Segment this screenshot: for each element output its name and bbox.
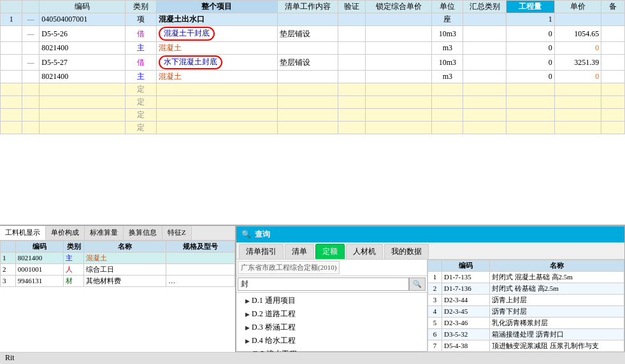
col-unitprice-header: 单价 bbox=[554, 1, 601, 13]
result-row[interactable]: 2D1-7-136封闭式 砖基础 高2.5m bbox=[428, 283, 624, 294]
table-row[interactable]: 定 bbox=[1, 109, 625, 122]
cell-expand[interactable]: — bbox=[22, 26, 40, 42]
cell-expand[interactable] bbox=[22, 42, 40, 55]
bottom-panel: 工料机显示 单价构成 标准算量 换算信息 特征Z bbox=[0, 225, 625, 352]
cell-lock bbox=[366, 55, 432, 71]
cell-workload bbox=[506, 96, 554, 109]
tree-item[interactable]: ▶D.1 通用项目 bbox=[238, 294, 426, 307]
bottom-cell-0: 1 bbox=[1, 252, 16, 263]
cell-lock bbox=[366, 96, 432, 109]
cell-sumtype bbox=[463, 13, 506, 26]
tree-item[interactable]: ▶D.4 给水工程 bbox=[238, 334, 426, 347]
cell-expand[interactable] bbox=[22, 122, 40, 134]
cell-expand[interactable] bbox=[22, 83, 40, 96]
cell-verify bbox=[338, 26, 366, 42]
bottom-col-name: 名称 bbox=[84, 241, 166, 252]
cell-unitprice: 3251.39 bbox=[554, 55, 601, 71]
result-row[interactable]: 1D1-7-135封闭式 混凝土基础 高2.5m bbox=[428, 271, 624, 283]
cell-lock bbox=[366, 71, 432, 83]
cell-workload bbox=[506, 83, 554, 96]
cell-expand[interactable]: — bbox=[22, 55, 40, 71]
cell-verify bbox=[338, 13, 366, 26]
tab-list[interactable]: 清单 bbox=[285, 244, 314, 259]
tab-my-data[interactable]: 我的数据 bbox=[384, 244, 429, 259]
table-row[interactable]: —D5-5-26借混凝土干封底垫层铺设10m301054.65 bbox=[1, 26, 625, 42]
cell-expand[interactable] bbox=[22, 96, 40, 109]
result-cell-code: D1-7-135 bbox=[442, 271, 490, 283]
tab-features[interactable]: 特征Z bbox=[162, 226, 192, 240]
result-row[interactable]: 6D3-5-32箱涵接缝处理 沥青封口 bbox=[428, 328, 624, 340]
spreadsheet-area: 编码 类别 整个项目 清单工作内容 验证 锁定综合单价 单位 汇总类别 工程量 … bbox=[0, 0, 625, 225]
bottom-table-row[interactable]: 18021400主混凝土 bbox=[1, 252, 235, 263]
col-num-header bbox=[1, 1, 22, 13]
table-row[interactable]: 定 bbox=[1, 122, 625, 134]
col-expand-header bbox=[22, 1, 40, 13]
col-sumtype-header: 汇总类别 bbox=[463, 1, 506, 13]
table-row[interactable]: 定 bbox=[1, 96, 625, 109]
bottom-cell-4: … bbox=[166, 275, 235, 286]
result-cell-num: 2 bbox=[428, 283, 442, 294]
cell-extra bbox=[601, 83, 625, 96]
cell-workload: 0 bbox=[506, 71, 554, 83]
tab-unit-price[interactable]: 单价构成 bbox=[46, 226, 85, 240]
query-icon: 🔍 bbox=[241, 230, 251, 239]
table-row[interactable]: 定 bbox=[1, 83, 625, 96]
cell-extra bbox=[601, 55, 625, 71]
cell-lock bbox=[366, 122, 432, 134]
cell-extra bbox=[601, 109, 625, 122]
search-row: 🔍 bbox=[236, 276, 427, 293]
status-text: Rit bbox=[5, 353, 15, 363]
bottom-cell-1: 9946131 bbox=[15, 275, 63, 286]
bottom-cell-3: 综合工日 bbox=[84, 263, 166, 275]
cell-unitprice bbox=[554, 122, 601, 134]
cell-lock bbox=[366, 26, 432, 42]
result-row[interactable]: 5D2-3-46乳化沥青稀浆封层 bbox=[428, 317, 624, 328]
cell-workload: 0 bbox=[506, 55, 554, 71]
result-row[interactable]: 7D5-4-38顶进触变泥浆减阻 压浆孔制作与支 bbox=[428, 340, 624, 351]
result-row[interactable]: 3D2-3-44沥青上封层 bbox=[428, 294, 624, 305]
cell-unitprice bbox=[554, 109, 601, 122]
bottom-left: 工料机显示 单价构成 标准算量 换算信息 特征Z bbox=[0, 226, 236, 352]
bottom-cell-0: 3 bbox=[1, 275, 16, 286]
cell-expand[interactable]: — bbox=[22, 13, 40, 26]
bottom-table-row[interactable]: 39946131材其他材料费… bbox=[1, 275, 235, 286]
result-cell-code: D2-3-45 bbox=[442, 305, 490, 317]
tab-list-guide[interactable]: 清单指引 bbox=[239, 244, 284, 259]
tab-labor-material[interactable]: 人材机 bbox=[346, 244, 383, 259]
tab-work-items[interactable]: 工料机显示 bbox=[0, 226, 46, 240]
search-button[interactable]: 🔍 bbox=[409, 277, 426, 291]
tab-conversion[interactable]: 换算信息 bbox=[124, 226, 162, 240]
result-code-header: 编码 bbox=[442, 260, 490, 271]
col-verify-header: 验证 bbox=[338, 1, 366, 13]
bottom-cell-2: 主 bbox=[63, 252, 83, 263]
query-title: 查询 bbox=[255, 229, 270, 240]
tree-item[interactable]: ▶D.2 道路工程 bbox=[238, 307, 426, 321]
search-input[interactable] bbox=[238, 277, 409, 291]
result-cell-name: 封闭式 砖基础 高2.5m bbox=[490, 283, 624, 294]
table-row[interactable]: 1—040504007001项混凝土出水口座1 bbox=[1, 13, 625, 26]
cell-expand[interactable] bbox=[22, 109, 40, 122]
tab-std-calc[interactable]: 标准算量 bbox=[85, 226, 124, 240]
result-cell-name: 乳化沥青稀浆封层 bbox=[490, 317, 624, 328]
tab-quota[interactable]: 定额 bbox=[315, 244, 345, 259]
cell-content bbox=[277, 83, 338, 96]
result-cell-code: D2-3-46 bbox=[442, 317, 490, 328]
cell-lock bbox=[366, 83, 432, 96]
result-cell-code: D2-3-44 bbox=[442, 294, 490, 305]
tree-panel: 广东省市政工程综合定额(2010) 🔍 ▶D.1 通用项目▶D.2 道路工程▶D… bbox=[236, 260, 427, 364]
col-workload-header: 工程量 bbox=[506, 1, 554, 13]
table-row[interactable]: 8021400主混凝土m300 bbox=[1, 71, 625, 83]
cell-expand[interactable] bbox=[22, 71, 40, 83]
table-row[interactable]: —D5-5-27借水下混凝土封底垫层铺设10m303251.39 bbox=[1, 55, 625, 71]
result-cell-code: D1-7-136 bbox=[442, 283, 490, 294]
cell-code bbox=[40, 109, 126, 122]
result-row[interactable]: 4D2-3-45沥青下封层 bbox=[428, 305, 624, 317]
cell-content: 垫层铺设 bbox=[277, 26, 338, 42]
tree-item[interactable]: ▶D.3 桥涵工程 bbox=[238, 321, 426, 334]
result-cell-num: 6 bbox=[428, 328, 442, 340]
table-row[interactable]: 8021400主混凝土m300 bbox=[1, 42, 625, 55]
cell-sumtype bbox=[463, 55, 506, 71]
cell-lock bbox=[366, 109, 432, 122]
cell-unit bbox=[432, 122, 463, 134]
bottom-table-row[interactable]: 20001001人综合工日 bbox=[1, 263, 235, 275]
